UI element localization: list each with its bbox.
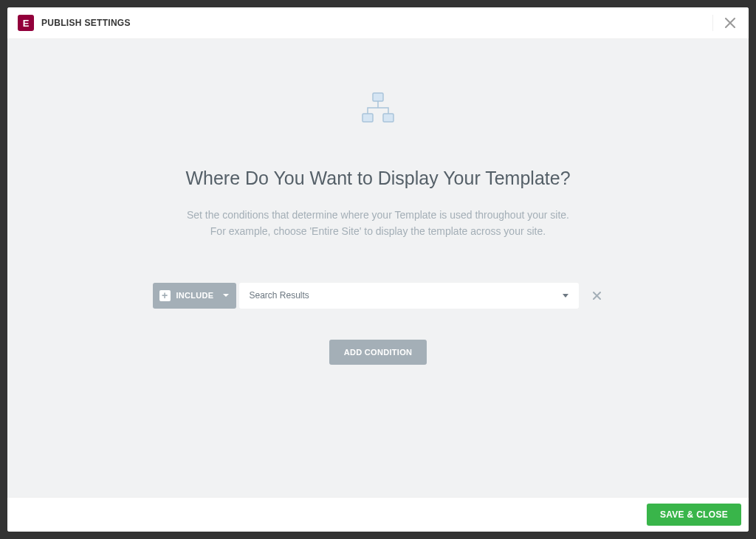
- modal-header: E PUBLISH SETTINGS: [7, 7, 749, 39]
- description-line-2: For example, choose 'Entire Site' to dis…: [187, 223, 569, 239]
- elementor-logo: E: [18, 15, 34, 31]
- modal-title: PUBLISH SETTINGS: [41, 18, 704, 28]
- condition-row: + INCLUDE Search Results: [153, 283, 604, 309]
- add-condition-button[interactable]: ADD CONDITION: [329, 340, 427, 365]
- logo-letter: E: [23, 18, 30, 29]
- condition-value: Search Results: [250, 290, 563, 301]
- svg-rect-1: [362, 114, 373, 122]
- modal-body: Where Do You Want to Display Your Templa…: [7, 39, 749, 497]
- publish-settings-modal: E PUBLISH SETTINGS Where Do You Want to …: [7, 7, 749, 532]
- page-heading: Where Do You Want to Display Your Templa…: [185, 168, 570, 189]
- close-button[interactable]: [722, 16, 738, 30]
- condition-type-dropdown[interactable]: + INCLUDE: [153, 283, 236, 309]
- condition-type-label: INCLUDE: [176, 291, 214, 300]
- plus-icon: +: [159, 290, 171, 301]
- close-area: [712, 15, 738, 31]
- svg-rect-2: [383, 114, 394, 122]
- modal-footer: SAVE & CLOSE: [7, 497, 749, 532]
- remove-condition-button[interactable]: [590, 289, 604, 303]
- sitemap-icon: [361, 92, 395, 126]
- close-icon: [725, 18, 735, 28]
- svg-rect-0: [373, 93, 383, 101]
- page-description: Set the conditions that determine where …: [187, 207, 569, 240]
- chevron-down-icon: [223, 294, 229, 297]
- description-line-1: Set the conditions that determine where …: [187, 207, 569, 223]
- chevron-down-icon: [563, 294, 568, 298]
- save-close-button[interactable]: SAVE & CLOSE: [647, 504, 741, 526]
- condition-value-dropdown[interactable]: Search Results: [239, 283, 579, 309]
- close-icon: [593, 292, 601, 300]
